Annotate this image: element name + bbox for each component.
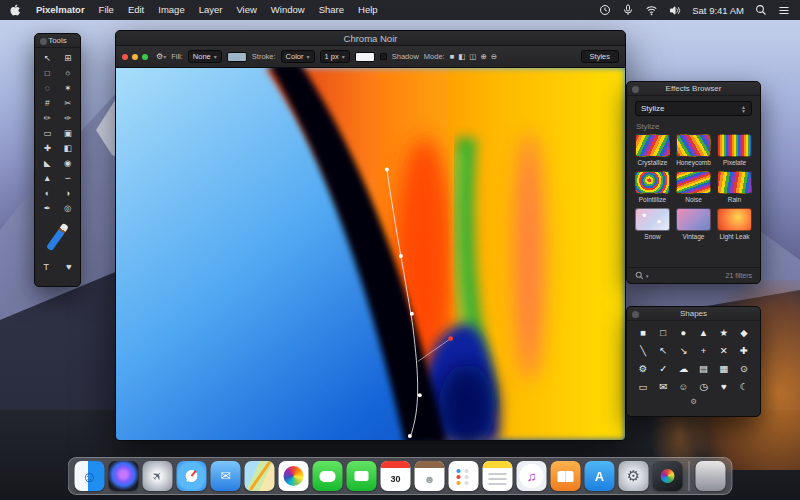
shape-person[interactable]: ☺ <box>673 378 693 395</box>
dock-app-safari[interactable] <box>177 461 207 491</box>
menu-item[interactable]: Image <box>151 0 191 20</box>
effect-crystallize[interactable]: Crystallize <box>635 134 670 166</box>
menu-item[interactable]: Edit <box>121 0 151 20</box>
menu-item[interactable]: Window <box>264 0 312 20</box>
menu-item[interactable]: Layer <box>192 0 230 20</box>
volume-icon[interactable] <box>669 5 681 16</box>
stroke-width-stepper[interactable]: 1 px▾ <box>320 50 350 63</box>
mode-icon-shape-exclude-icon[interactable]: ⊕ <box>480 52 486 61</box>
tool-move-tool[interactable]: ↖ <box>37 50 58 65</box>
effect-rain[interactable]: Rain <box>717 171 752 203</box>
tool-eraser-tool[interactable]: ▭ <box>37 125 58 140</box>
fill-dropdown[interactable]: None▾ <box>188 50 222 63</box>
dock-app-system-preferences[interactable]: ⚙ <box>619 461 649 491</box>
shape-triangle[interactable]: ▲ <box>693 324 713 341</box>
canvas-artboard[interactable] <box>116 68 625 440</box>
tool-bucket-tool[interactable]: ◣ <box>37 155 58 170</box>
tools-close-button[interactable] <box>40 38 47 45</box>
stroke-color-swatch[interactable] <box>355 52 375 62</box>
minimize-button[interactable] <box>132 54 138 60</box>
spotlight-icon[interactable] <box>755 4 767 16</box>
menu-item[interactable]: Pixelmator <box>29 0 92 20</box>
effects-close-button[interactable] <box>632 86 639 93</box>
mode-icon-shape-combine-icon[interactable]: ⊖ <box>491 52 497 61</box>
mode-icon-shape-subtract-icon[interactable]: ◧ <box>458 52 465 61</box>
effect-snow[interactable]: Snow <box>635 208 670 240</box>
effect-vintage[interactable]: Vintage <box>676 208 711 240</box>
window-titlebar[interactable]: Chroma Noir <box>116 31 625 46</box>
effect-light-leak[interactable]: Light Leak <box>717 208 752 240</box>
dock-app-reminders[interactable] <box>449 461 479 491</box>
effects-search-button[interactable]: ▾ <box>635 271 649 280</box>
shape-arrow-up-left[interactable]: ↖ <box>653 342 673 359</box>
tool-shape-tool[interactable]: ♥ <box>58 257 81 275</box>
shape-badge[interactable]: ✚ <box>734 342 754 359</box>
dock-app-messages[interactable] <box>313 461 343 491</box>
shapes-settings-gear-icon[interactable]: ⚙ <box>690 397 697 406</box>
styles-button[interactable]: Styles <box>581 50 619 63</box>
shape-display[interactable]: ▭ <box>633 378 653 395</box>
dock-trash[interactable] <box>696 461 726 491</box>
shape-camera[interactable]: ⊙ <box>734 360 754 377</box>
tool-blur-tool[interactable]: ◉ <box>58 155 79 170</box>
effect-pointillize[interactable]: Pointillize <box>635 171 670 203</box>
tool-gradient-tool[interactable]: ◧ <box>58 140 79 155</box>
tool-crop-tool[interactable]: # <box>37 95 58 110</box>
shadow-checkbox[interactable] <box>380 53 387 60</box>
shape-heart[interactable]: ♥ <box>714 378 734 395</box>
tool-rect-select-tool[interactable]: □ <box>37 65 58 80</box>
shape-picture[interactable]: ▦ <box>714 360 734 377</box>
tool-brush-tool[interactable]: ✑ <box>58 110 79 125</box>
shape-arrow-down-right[interactable]: ↘ <box>673 342 693 359</box>
tool-zoom-tool[interactable]: ◎ <box>58 200 79 215</box>
tool-slice-tool[interactable]: ✂ <box>58 95 79 110</box>
dock-app-notes[interactable] <box>483 461 513 491</box>
dock-app-pixelmator[interactable] <box>653 461 683 491</box>
tool-smudge-tool[interactable]: ∽ <box>58 170 79 185</box>
dock-app-launchpad[interactable]: ✈ <box>143 461 173 491</box>
tool-pen-tool[interactable]: ✒ <box>37 200 58 215</box>
shape-line[interactable]: ╲ <box>633 342 653 359</box>
tool-lasso-tool[interactable]: ◌ <box>37 80 58 95</box>
tool-settings-gear-icon[interactable]: ⚙▾ <box>156 52 166 61</box>
shapes-close-button[interactable] <box>632 311 639 318</box>
mode-icon-shape-intersect-icon[interactable]: ◫ <box>469 52 476 61</box>
effect-honeycomb[interactable]: Honeycomb <box>676 134 711 166</box>
dock-app-ibooks[interactable] <box>551 461 581 491</box>
shape-star[interactable]: ★ <box>714 324 734 341</box>
shape-check[interactable]: ✓ <box>653 360 673 377</box>
dock-app-maps[interactable] <box>245 461 275 491</box>
dock-app-facetime[interactable] <box>347 461 377 491</box>
effect-noise[interactable]: Noise <box>676 171 711 203</box>
shape-mail[interactable]: ✉ <box>653 378 673 395</box>
menu-item[interactable]: View <box>229 0 263 20</box>
tool-ellipse-select-tool[interactable]: ○ <box>58 65 79 80</box>
dock-app-siri[interactable] <box>109 461 139 491</box>
shape-diamond[interactable]: ◆ <box>734 324 754 341</box>
stroke-dropdown[interactable]: Color▾ <box>281 50 315 63</box>
dock-app-photos[interactable] <box>279 461 309 491</box>
apple-menu[interactable] <box>0 4 29 17</box>
dock-app-app-store[interactable]: A <box>585 461 615 491</box>
tool-transform-tool[interactable]: ⊞ <box>58 50 79 65</box>
tool-clone-tool[interactable]: ▣ <box>58 125 79 140</box>
tool-sharpen-tool[interactable]: ▲ <box>37 170 58 185</box>
shape-rounded-square[interactable]: □ <box>653 324 673 341</box>
menu-item[interactable]: Share <box>312 0 351 20</box>
tool-magic-wand-tool[interactable]: ✶ <box>58 80 79 95</box>
shape-cross[interactable]: ✕ <box>714 342 734 359</box>
notification-center-icon[interactable] <box>778 5 790 16</box>
close-button[interactable] <box>122 54 128 60</box>
menu-item[interactable]: Help <box>351 0 385 20</box>
fill-color-swatch[interactable] <box>227 52 247 62</box>
menu-clock[interactable]: Sat 9:41 AM <box>692 5 744 16</box>
mode-icon-shape-union-icon[interactable]: ■ <box>450 52 455 61</box>
shape-moon[interactable]: ☾ <box>734 378 754 395</box>
dock-app-mail[interactable]: ✉ <box>211 461 241 491</box>
tool-dodge-tool[interactable]: ◐ <box>37 185 58 200</box>
dock-app-contacts[interactable]: ☻ <box>415 461 445 491</box>
tool-heal-tool[interactable]: ✚ <box>37 140 58 155</box>
tool-text-tool[interactable]: T <box>35 257 58 275</box>
effect-pixelate[interactable]: Pixelate <box>717 134 752 166</box>
tool-burn-tool[interactable]: ◑ <box>58 185 79 200</box>
